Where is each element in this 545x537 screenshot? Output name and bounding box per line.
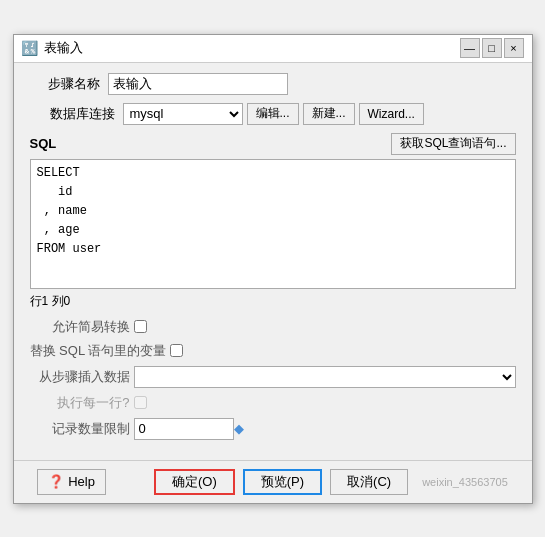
- help-button[interactable]: ❓ Help: [37, 469, 106, 495]
- from-step-label: 从步骤插入数据: [30, 368, 130, 386]
- sql-code: SELECT id , name , age FROM user: [31, 160, 515, 264]
- exec-each-checkbox[interactable]: [134, 396, 147, 409]
- new-button[interactable]: 新建...: [303, 103, 355, 125]
- allow-simple-row: 允许简易转换: [30, 318, 516, 336]
- confirm-button[interactable]: 确定(O): [154, 469, 235, 495]
- db-conn-select[interactable]: mysql: [123, 103, 243, 125]
- sql-label: SQL: [30, 136, 57, 151]
- help-label: Help: [68, 474, 95, 489]
- close-button[interactable]: ×: [504, 38, 524, 58]
- maximize-button[interactable]: □: [482, 38, 502, 58]
- dialog-content: 步骤名称 数据库连接 mysql 编辑... 新建... Wizard... S…: [14, 63, 532, 456]
- step-name-input[interactable]: [108, 73, 288, 95]
- minimize-button[interactable]: —: [460, 38, 480, 58]
- wizard-button[interactable]: Wizard...: [359, 103, 424, 125]
- replace-var-label: 替换 SQL 语句里的变量: [30, 342, 167, 360]
- get-sql-button[interactable]: 获取SQL查询语句...: [391, 133, 515, 155]
- step-name-label: 步骤名称: [30, 75, 100, 93]
- limit-input[interactable]: [134, 418, 234, 440]
- allow-simple-checkbox[interactable]: [134, 320, 147, 333]
- options-section: 允许简易转换 替换 SQL 语句里的变量 从步骤插入数据 执行每一行? 记录数量…: [30, 318, 516, 440]
- help-icon: ❓: [48, 474, 64, 489]
- row-col-info: 行1 列0: [30, 293, 516, 310]
- replace-var-checkbox[interactable]: [170, 344, 183, 357]
- exec-each-row: 执行每一行?: [30, 394, 516, 412]
- main-window: 🔣 表输入 — □ × 步骤名称 数据库连接 mysql 编辑... 新建...…: [13, 34, 533, 504]
- step-name-row: 步骤名称: [30, 73, 516, 95]
- db-conn-label: 数据库连接: [30, 105, 115, 123]
- preview-button[interactable]: 预览(P): [243, 469, 322, 495]
- title-bar: 🔣 表输入 — □ ×: [14, 35, 532, 63]
- edit-button[interactable]: 编辑...: [247, 103, 299, 125]
- sql-header: SQL 获取SQL查询语句...: [30, 133, 516, 155]
- diamond-icon: ◆: [234, 421, 244, 436]
- db-conn-row: 数据库连接 mysql 编辑... 新建... Wizard...: [30, 103, 516, 125]
- from-step-row: 从步骤插入数据: [30, 366, 516, 388]
- sql-section: SQL 获取SQL查询语句... SELECT id , name , age …: [30, 133, 516, 289]
- allow-simple-label: 允许简易转换: [30, 318, 130, 336]
- replace-var-row: 替换 SQL 语句里的变量: [30, 342, 516, 360]
- window-title: 表输入: [44, 39, 460, 57]
- watermark: weixin_43563705: [422, 476, 508, 488]
- exec-each-label: 执行每一行?: [30, 394, 130, 412]
- title-bar-buttons: — □ ×: [460, 38, 524, 58]
- limit-label: 记录数量限制: [30, 420, 130, 438]
- sql-editor[interactable]: SELECT id , name , age FROM user: [30, 159, 516, 289]
- window-icon: 🔣: [22, 40, 38, 56]
- limit-row: 记录数量限制 ◆: [30, 418, 516, 440]
- cancel-button[interactable]: 取消(C): [330, 469, 408, 495]
- from-step-select[interactable]: [134, 366, 516, 388]
- footer: ❓ Help 确定(O) 预览(P) 取消(C) weixin_43563705: [14, 460, 532, 503]
